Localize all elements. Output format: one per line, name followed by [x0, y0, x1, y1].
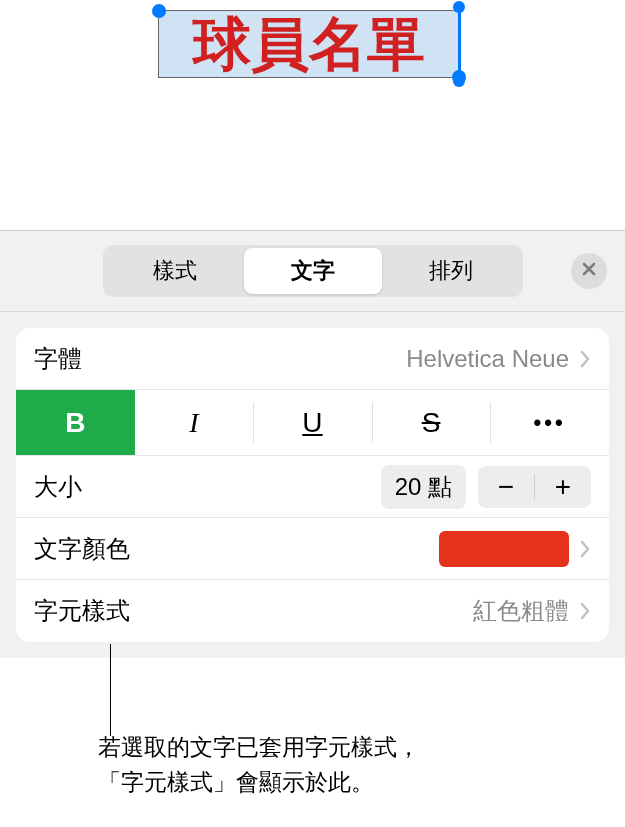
underline-button[interactable]: U [253, 390, 372, 455]
resize-handle-tl[interactable] [152, 4, 166, 18]
tab-arrange[interactable]: 排列 [382, 248, 520, 294]
text-color-row[interactable]: 文字顏色 [16, 518, 609, 580]
annotation-line1: 若選取的文字已套用字元樣式， [98, 730, 420, 765]
text-color-swatch[interactable] [439, 531, 569, 567]
size-increase-button[interactable]: + [535, 466, 591, 508]
tab-style[interactable]: 樣式 [106, 248, 244, 294]
bold-button[interactable]: B [16, 390, 135, 455]
selected-text[interactable]: 球員名單 [193, 15, 425, 73]
italic-button[interactable]: I [135, 390, 254, 455]
text-settings-card: 字體 Helvetica Neue B I U S ••• 大小 20 點 [16, 328, 609, 642]
annotation-line2: 「字元樣式」會顯示於此。 [98, 765, 420, 800]
selection-handle-bottom[interactable] [453, 75, 465, 87]
size-label: 大小 [34, 471, 82, 503]
selected-text-box[interactable]: 球員名單 [158, 10, 460, 78]
font-row[interactable]: 字體 Helvetica Neue [16, 328, 609, 390]
annotation-text: 若選取的文字已套用字元樣式， 「字元樣式」會顯示於此。 [98, 730, 420, 799]
text-style-row: B I U S ••• [16, 390, 609, 456]
close-button[interactable] [571, 253, 607, 289]
panel-header: 樣式 文字 排列 [0, 231, 625, 312]
character-style-value: 紅色粗體 [473, 595, 569, 627]
format-panel: 樣式 文字 排列 字體 Helvetica Neue B [0, 230, 625, 658]
chevron-right-icon [579, 350, 591, 368]
canvas-area: 球員名單 [0, 0, 625, 230]
size-row: 大小 20 點 − + [16, 456, 609, 518]
text-color-label: 文字顏色 [34, 533, 130, 565]
size-value[interactable]: 20 點 [381, 465, 466, 509]
size-decrease-button[interactable]: − [478, 466, 534, 508]
chevron-right-icon [579, 540, 591, 558]
panel-body: 字體 Helvetica Neue B I U S ••• 大小 20 點 [0, 312, 625, 658]
size-stepper: − + [478, 466, 591, 508]
tab-text[interactable]: 文字 [244, 248, 382, 294]
more-styles-button[interactable]: ••• [490, 390, 609, 455]
character-style-row[interactable]: 字元樣式 紅色粗體 [16, 580, 609, 642]
annotation-leader-line [110, 644, 111, 736]
format-tabs: 樣式 文字 排列 [103, 245, 523, 297]
selection-handle-top[interactable] [453, 1, 465, 13]
font-label: 字體 [34, 343, 82, 375]
text-cursor [458, 11, 461, 77]
close-icon [581, 261, 597, 281]
character-style-label: 字元樣式 [34, 595, 130, 627]
font-value: Helvetica Neue [406, 345, 569, 373]
chevron-right-icon [579, 602, 591, 620]
more-icon: ••• [534, 410, 566, 436]
strikethrough-button[interactable]: S [372, 390, 491, 455]
